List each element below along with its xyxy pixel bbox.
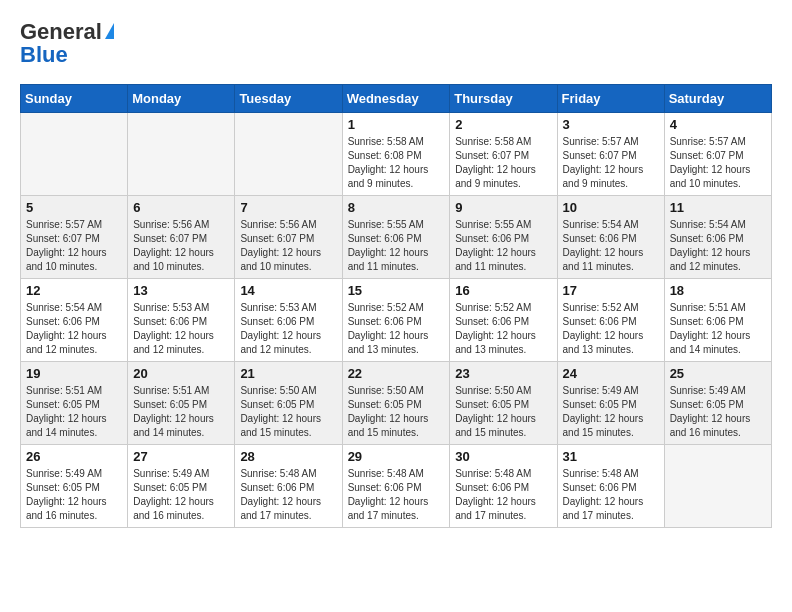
page-header: General Blue [20,20,772,68]
day-number: 29 [348,449,445,464]
day-number: 18 [670,283,766,298]
calendar-day-cell: 29Sunrise: 5:48 AM Sunset: 6:06 PM Dayli… [342,445,450,528]
day-info: Sunrise: 5:53 AM Sunset: 6:06 PM Dayligh… [240,301,336,357]
day-number: 7 [240,200,336,215]
day-of-week-header: Sunday [21,85,128,113]
day-info: Sunrise: 5:48 AM Sunset: 6:06 PM Dayligh… [563,467,659,523]
day-info: Sunrise: 5:55 AM Sunset: 6:06 PM Dayligh… [455,218,551,274]
day-info: Sunrise: 5:58 AM Sunset: 6:08 PM Dayligh… [348,135,445,191]
day-info: Sunrise: 5:52 AM Sunset: 6:06 PM Dayligh… [563,301,659,357]
day-number: 24 [563,366,659,381]
calendar-day-cell: 22Sunrise: 5:50 AM Sunset: 6:05 PM Dayli… [342,362,450,445]
day-info: Sunrise: 5:48 AM Sunset: 6:06 PM Dayligh… [455,467,551,523]
day-number: 11 [670,200,766,215]
calendar-day-cell: 17Sunrise: 5:52 AM Sunset: 6:06 PM Dayli… [557,279,664,362]
day-of-week-header: Wednesday [342,85,450,113]
calendar-week-row: 26Sunrise: 5:49 AM Sunset: 6:05 PM Dayli… [21,445,772,528]
calendar-day-cell: 31Sunrise: 5:48 AM Sunset: 6:06 PM Dayli… [557,445,664,528]
day-number: 9 [455,200,551,215]
calendar-day-cell: 28Sunrise: 5:48 AM Sunset: 6:06 PM Dayli… [235,445,342,528]
calendar-day-cell: 3Sunrise: 5:57 AM Sunset: 6:07 PM Daylig… [557,113,664,196]
day-number: 22 [348,366,445,381]
day-info: Sunrise: 5:50 AM Sunset: 6:05 PM Dayligh… [240,384,336,440]
day-info: Sunrise: 5:52 AM Sunset: 6:06 PM Dayligh… [455,301,551,357]
day-of-week-header: Friday [557,85,664,113]
calendar-day-cell: 7Sunrise: 5:56 AM Sunset: 6:07 PM Daylig… [235,196,342,279]
calendar-day-cell: 25Sunrise: 5:49 AM Sunset: 6:05 PM Dayli… [664,362,771,445]
day-info: Sunrise: 5:49 AM Sunset: 6:05 PM Dayligh… [670,384,766,440]
calendar-week-row: 1Sunrise: 5:58 AM Sunset: 6:08 PM Daylig… [21,113,772,196]
day-info: Sunrise: 5:52 AM Sunset: 6:06 PM Dayligh… [348,301,445,357]
day-number: 19 [26,366,122,381]
day-number: 28 [240,449,336,464]
calendar-day-cell: 27Sunrise: 5:49 AM Sunset: 6:05 PM Dayli… [128,445,235,528]
calendar-day-cell: 9Sunrise: 5:55 AM Sunset: 6:06 PM Daylig… [450,196,557,279]
day-info: Sunrise: 5:56 AM Sunset: 6:07 PM Dayligh… [240,218,336,274]
day-info: Sunrise: 5:54 AM Sunset: 6:06 PM Dayligh… [563,218,659,274]
day-info: Sunrise: 5:54 AM Sunset: 6:06 PM Dayligh… [670,218,766,274]
day-number: 13 [133,283,229,298]
calendar-day-cell: 1Sunrise: 5:58 AM Sunset: 6:08 PM Daylig… [342,113,450,196]
calendar-day-cell: 13Sunrise: 5:53 AM Sunset: 6:06 PM Dayli… [128,279,235,362]
calendar-day-cell: 26Sunrise: 5:49 AM Sunset: 6:05 PM Dayli… [21,445,128,528]
logo-general-text: General [20,20,102,44]
day-info: Sunrise: 5:56 AM Sunset: 6:07 PM Dayligh… [133,218,229,274]
day-number: 20 [133,366,229,381]
day-number: 3 [563,117,659,132]
calendar-week-row: 12Sunrise: 5:54 AM Sunset: 6:06 PM Dayli… [21,279,772,362]
calendar-day-cell: 10Sunrise: 5:54 AM Sunset: 6:06 PM Dayli… [557,196,664,279]
day-number: 26 [26,449,122,464]
calendar-day-cell: 19Sunrise: 5:51 AM Sunset: 6:05 PM Dayli… [21,362,128,445]
calendar-day-cell [235,113,342,196]
day-number: 8 [348,200,445,215]
day-number: 21 [240,366,336,381]
logo-arrow-icon [105,23,114,39]
calendar-day-cell: 4Sunrise: 5:57 AM Sunset: 6:07 PM Daylig… [664,113,771,196]
logo: General Blue [20,20,114,68]
day-number: 25 [670,366,766,381]
calendar-day-cell: 23Sunrise: 5:50 AM Sunset: 6:05 PM Dayli… [450,362,557,445]
day-number: 5 [26,200,122,215]
day-number: 4 [670,117,766,132]
day-info: Sunrise: 5:48 AM Sunset: 6:06 PM Dayligh… [240,467,336,523]
day-info: Sunrise: 5:57 AM Sunset: 6:07 PM Dayligh… [26,218,122,274]
day-of-week-header: Thursday [450,85,557,113]
day-info: Sunrise: 5:57 AM Sunset: 6:07 PM Dayligh… [670,135,766,191]
calendar-day-cell: 2Sunrise: 5:58 AM Sunset: 6:07 PM Daylig… [450,113,557,196]
day-number: 1 [348,117,445,132]
calendar-day-cell: 15Sunrise: 5:52 AM Sunset: 6:06 PM Dayli… [342,279,450,362]
day-number: 12 [26,283,122,298]
logo-blue-text: Blue [20,42,68,68]
day-info: Sunrise: 5:51 AM Sunset: 6:06 PM Dayligh… [670,301,766,357]
day-info: Sunrise: 5:57 AM Sunset: 6:07 PM Dayligh… [563,135,659,191]
calendar-day-cell: 30Sunrise: 5:48 AM Sunset: 6:06 PM Dayli… [450,445,557,528]
calendar-header-row: SundayMondayTuesdayWednesdayThursdayFrid… [21,85,772,113]
day-info: Sunrise: 5:51 AM Sunset: 6:05 PM Dayligh… [26,384,122,440]
day-of-week-header: Tuesday [235,85,342,113]
day-of-week-header: Saturday [664,85,771,113]
day-info: Sunrise: 5:49 AM Sunset: 6:05 PM Dayligh… [133,467,229,523]
calendar-week-row: 19Sunrise: 5:51 AM Sunset: 6:05 PM Dayli… [21,362,772,445]
day-number: 15 [348,283,445,298]
calendar-day-cell: 11Sunrise: 5:54 AM Sunset: 6:06 PM Dayli… [664,196,771,279]
day-number: 17 [563,283,659,298]
day-number: 14 [240,283,336,298]
calendar-day-cell [128,113,235,196]
calendar-day-cell: 6Sunrise: 5:56 AM Sunset: 6:07 PM Daylig… [128,196,235,279]
day-of-week-header: Monday [128,85,235,113]
day-info: Sunrise: 5:48 AM Sunset: 6:06 PM Dayligh… [348,467,445,523]
day-number: 30 [455,449,551,464]
day-number: 6 [133,200,229,215]
calendar-day-cell: 20Sunrise: 5:51 AM Sunset: 6:05 PM Dayli… [128,362,235,445]
calendar-day-cell: 18Sunrise: 5:51 AM Sunset: 6:06 PM Dayli… [664,279,771,362]
calendar-table: SundayMondayTuesdayWednesdayThursdayFrid… [20,84,772,528]
day-info: Sunrise: 5:49 AM Sunset: 6:05 PM Dayligh… [26,467,122,523]
day-number: 16 [455,283,551,298]
day-info: Sunrise: 5:51 AM Sunset: 6:05 PM Dayligh… [133,384,229,440]
calendar-day-cell: 24Sunrise: 5:49 AM Sunset: 6:05 PM Dayli… [557,362,664,445]
day-number: 10 [563,200,659,215]
day-info: Sunrise: 5:49 AM Sunset: 6:05 PM Dayligh… [563,384,659,440]
day-info: Sunrise: 5:53 AM Sunset: 6:06 PM Dayligh… [133,301,229,357]
day-info: Sunrise: 5:50 AM Sunset: 6:05 PM Dayligh… [455,384,551,440]
day-info: Sunrise: 5:55 AM Sunset: 6:06 PM Dayligh… [348,218,445,274]
